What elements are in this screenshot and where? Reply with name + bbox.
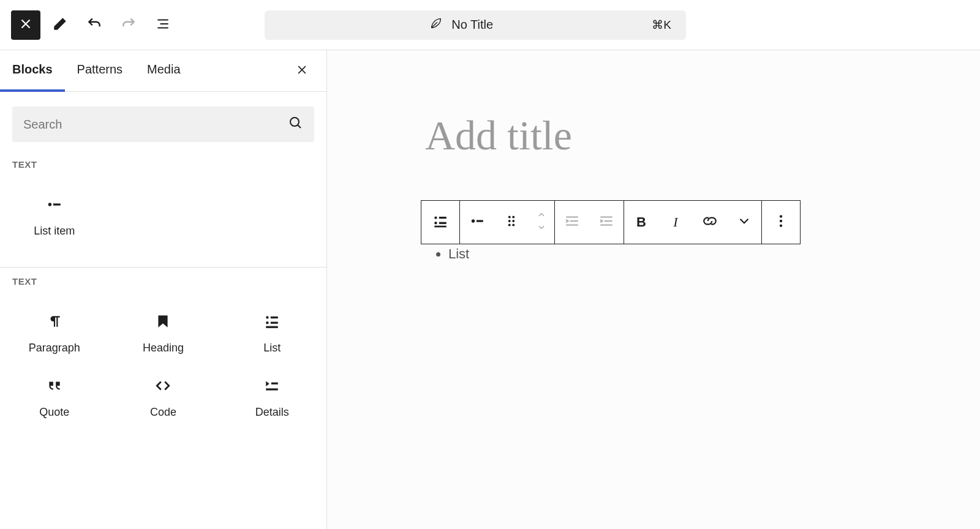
code-icon [155,377,171,395]
app-root: No Title ⌘K Blocks Patterns Media [0,0,980,529]
svg-point-5 [266,321,268,324]
list-block[interactable]: List [436,246,469,262]
chevron-down-icon [736,213,752,231]
svg-rect-6 [271,322,278,324]
svg-rect-16 [477,220,483,222]
block-details[interactable]: Details [217,366,326,430]
drag-icon [503,213,519,231]
tab-blocks[interactable]: Blocks [0,50,65,92]
svg-point-17 [508,216,511,219]
block-quote[interactable]: Quote [0,366,109,430]
search-input[interactable] [23,118,282,132]
block-list-item[interactable]: List item [0,184,109,249]
svg-point-18 [512,216,514,219]
close-editor-button[interactable] [11,10,40,40]
block-type-button[interactable] [421,200,459,244]
pencil-icon [52,16,68,34]
block-label: Paragraph [29,342,80,355]
title-placeholder[interactable]: Add title [425,111,572,160]
list-icon [264,312,280,331]
heading-icon [155,312,171,331]
category-label: Text [0,151,326,174]
quote-icon [47,377,62,395]
redo-button[interactable] [114,10,143,40]
bold-icon: B [636,214,646,230]
more-options-button[interactable] [762,200,800,244]
list-item-placeholder[interactable]: List [448,246,469,262]
tab-label: Media [147,62,180,77]
kebab-icon [773,213,789,231]
block-label: List item [34,225,75,238]
toolbar-group-more [762,200,801,244]
tab-patterns[interactable]: Patterns [65,50,135,92]
category-label: Text [0,268,326,291]
block-code[interactable]: Code [109,366,218,430]
block-mover[interactable] [529,200,554,244]
svg-rect-11 [439,217,447,219]
svg-point-10 [434,216,437,219]
svg-rect-13 [439,222,447,224]
block-paragraph[interactable]: Paragraph [0,301,109,366]
block-grid-2: Paragraph Heading List [0,291,326,448]
svg-point-15 [472,219,475,222]
toolbar-group-block [421,200,460,244]
chevron-up-icon [537,211,546,222]
toolbar-group-transform [460,200,555,244]
close-inserter-button[interactable] [290,59,314,83]
link-button[interactable] [693,200,727,244]
svg-point-21 [508,224,511,227]
tab-label: Patterns [77,62,123,77]
svg-rect-9 [266,388,278,390]
outline-icon [155,16,171,34]
paragraph-icon [47,312,62,331]
svg-rect-2 [53,203,61,205]
document-overview-button[interactable] [148,10,178,40]
tab-label: Blocks [12,62,53,77]
main: Blocks Patterns Media Text [0,50,980,529]
svg-rect-24 [570,220,578,222]
bold-button[interactable]: B [624,200,658,244]
block-label: Heading [143,342,184,355]
block-list[interactable]: List [217,301,326,366]
search-box[interactable] [12,107,314,142]
block-label: Details [255,406,289,419]
tab-media[interactable]: Media [135,50,192,92]
details-icon [264,377,280,395]
edit-tool-button[interactable] [45,10,75,40]
svg-rect-26 [600,216,612,217]
svg-point-31 [780,224,782,227]
italic-icon: I [673,214,677,230]
outdent-button[interactable] [555,200,589,244]
block-grid-1: List item [0,174,326,267]
block-heading[interactable]: Heading [109,301,218,366]
svg-point-1 [48,203,51,206]
svg-rect-4 [271,317,278,318]
block-label: List [263,342,281,355]
indent-button[interactable] [589,200,624,244]
svg-rect-14 [434,226,447,228]
close-icon [296,64,308,78]
link-icon [702,213,718,231]
editor-canvas[interactable]: Add title [327,50,980,529]
chevron-down-icon [537,223,546,234]
list-item-icon [47,195,62,214]
list-item-transform-button[interactable] [460,200,494,244]
indent-icon [598,213,614,231]
title-center: No Title [279,17,643,33]
list-block-icon [432,213,448,231]
svg-point-30 [780,220,782,222]
svg-point-3 [266,316,268,318]
svg-point-20 [512,220,514,222]
toolbar-group-indent [555,200,624,244]
inserter-sidebar: Blocks Patterns Media Text [0,50,327,529]
undo-button[interactable] [80,10,109,40]
italic-button[interactable]: I [658,200,693,244]
drag-handle[interactable] [494,200,529,244]
svg-point-12 [434,222,437,224]
document-title-bar[interactable]: No Title ⌘K [265,10,686,40]
search-icon [288,116,303,133]
block-label: Code [150,406,176,419]
redo-icon [121,16,137,34]
more-formatting-button[interactable] [727,200,761,244]
feather-icon [429,17,443,33]
